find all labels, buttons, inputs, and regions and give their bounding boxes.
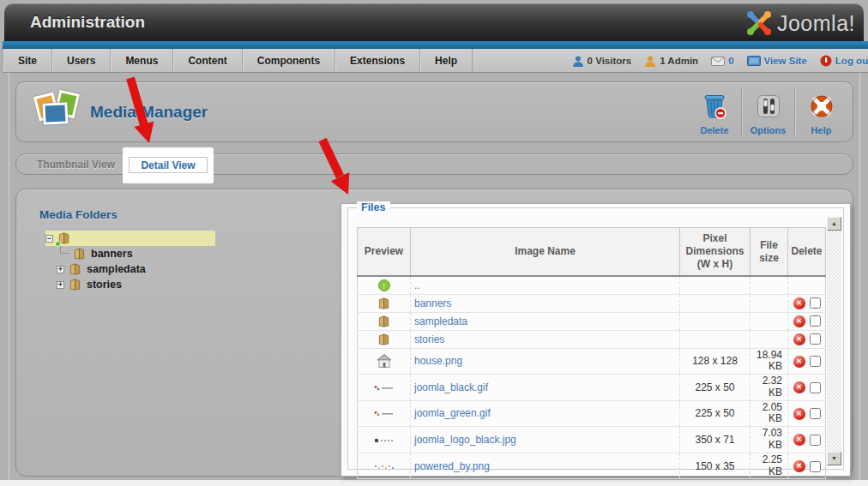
menu-item-extensions[interactable]: Extensions bbox=[335, 49, 420, 72]
dims-value bbox=[680, 276, 750, 294]
scroll-down-button[interactable]: ▼ bbox=[827, 452, 841, 465]
delete-file-icon[interactable]: ✕ bbox=[793, 315, 805, 327]
folder-icon bbox=[377, 315, 390, 328]
tab-thumbnail-view[interactable]: Thumbnail View bbox=[37, 154, 115, 176]
size-value: 2.32 KB bbox=[750, 375, 788, 401]
delete-file-icon[interactable]: ✕ bbox=[793, 356, 805, 368]
log-out-label: Log out bbox=[835, 56, 868, 66]
messages-status[interactable]: 0 bbox=[711, 56, 733, 66]
view-site-label: View Site bbox=[764, 56, 807, 66]
tree-connector bbox=[60, 246, 69, 254]
joomla-x-icon bbox=[744, 9, 774, 38]
delete-file-icon[interactable]: ✕ bbox=[793, 333, 805, 345]
statusbar: 0 Visitors 1 Admin 0 View Site bbox=[572, 49, 868, 73]
col-file-size: File size bbox=[750, 228, 788, 277]
help-buoy-icon bbox=[809, 93, 835, 123]
bottom-strip bbox=[0, 480, 868, 486]
menu-item-menus[interactable]: Menus bbox=[111, 49, 173, 72]
admin-person-icon bbox=[644, 56, 656, 67]
file-link[interactable]: powered_by.png bbox=[414, 460, 490, 472]
select-file-checkbox[interactable] bbox=[810, 382, 821, 393]
files-table: Preview Image Name Pixel Dimensions (W x… bbox=[357, 227, 826, 479]
table-row-joomla-black: joomla_black.gif 225 x 50 2.32 KB ✕ bbox=[358, 375, 826, 401]
menu-item-users[interactable]: Users bbox=[52, 49, 111, 72]
view-site-link[interactable]: View Site bbox=[747, 56, 807, 66]
page-header-panel: Media Manager Delete bbox=[15, 81, 853, 142]
file-link[interactable]: banners bbox=[414, 297, 451, 309]
file-link[interactable]: joomla_green.gif bbox=[414, 407, 491, 419]
delete-file-icon[interactable]: ✕ bbox=[793, 381, 805, 393]
file-link[interactable]: .. bbox=[414, 279, 420, 291]
delete-trash-icon bbox=[702, 92, 727, 123]
help-label: Help bbox=[811, 125, 832, 135]
media-manager-icon bbox=[35, 92, 80, 133]
file-link[interactable]: sampledata bbox=[414, 315, 467, 327]
folder-icon bbox=[69, 278, 81, 291]
files-panel: Files Preview Image Name Pixel Dimension… bbox=[341, 203, 851, 477]
house-thumbnail bbox=[376, 353, 393, 369]
size-value bbox=[750, 312, 788, 330]
select-file-checkbox[interactable] bbox=[810, 408, 821, 419]
table-header-row: Preview Image Name Pixel Dimensions (W x… bbox=[358, 228, 826, 277]
expand-toggle-icon[interactable]: + bbox=[57, 281, 64, 289]
delete-file-icon[interactable]: ✕ bbox=[793, 460, 805, 472]
size-value bbox=[750, 330, 788, 348]
file-link[interactable]: joomla_black.gif bbox=[414, 381, 488, 393]
tree-item-label: sampledata bbox=[87, 263, 146, 275]
dims-value: 350 x 71 bbox=[680, 427, 750, 453]
table-row-stories: stories ✕ bbox=[358, 330, 826, 348]
folder-icon bbox=[377, 297, 390, 310]
files-legend: Files bbox=[357, 201, 390, 213]
delete-file-icon[interactable]: ✕ bbox=[793, 408, 805, 420]
scroll-track[interactable] bbox=[827, 231, 841, 452]
admins-status: 1 Admin bbox=[644, 56, 698, 67]
menu-item-components[interactable]: Components bbox=[243, 49, 335, 72]
tree-item-root[interactable]: − bbox=[45, 231, 215, 246]
menu-item-help[interactable]: Help bbox=[420, 49, 473, 72]
dims-value: 128 x 128 bbox=[680, 348, 750, 375]
table-row-powered-by: powered_by.png 150 x 35 2.25 KB ✕ bbox=[358, 453, 826, 479]
admins-label: 1 Admin bbox=[660, 56, 698, 66]
dims-value bbox=[680, 294, 750, 312]
joomla-brand-text: Joomla! bbox=[777, 11, 855, 36]
menu-item-content[interactable]: Content bbox=[173, 49, 242, 72]
joomla-admin-window: Administration Joomla! bbox=[0, 0, 868, 486]
delete-button[interactable]: Delete bbox=[688, 88, 741, 135]
collapse-toggle-icon[interactable]: − bbox=[45, 235, 53, 243]
size-value: 2.05 KB bbox=[750, 400, 788, 427]
select-file-checkbox[interactable] bbox=[810, 315, 821, 327]
tree-item-sampledata[interactable]: + sampledata bbox=[57, 261, 260, 277]
delete-file-icon[interactable]: ✕ bbox=[793, 297, 805, 309]
window-title: Administration bbox=[30, 3, 145, 41]
tree-item-stories[interactable]: + stories bbox=[57, 277, 260, 292]
select-file-checkbox[interactable] bbox=[810, 297, 821, 309]
visitors-status: 0 Visitors bbox=[572, 56, 632, 67]
up-arrow-icon[interactable]: ↑ bbox=[378, 279, 390, 291]
select-file-checkbox[interactable] bbox=[810, 356, 821, 367]
file-link[interactable]: house.png bbox=[414, 355, 462, 367]
options-button[interactable]: Options bbox=[741, 88, 794, 135]
table-row-house: house.png 128 x 128 18.94 KB ✕ bbox=[358, 348, 826, 375]
menu-item-site[interactable]: Site bbox=[3, 49, 52, 72]
tree-item-label: banners bbox=[91, 248, 133, 260]
select-file-checkbox[interactable] bbox=[810, 461, 821, 472]
expand-toggle-icon[interactable]: + bbox=[57, 266, 64, 273]
annotation-highlight-box: Detail View bbox=[123, 147, 214, 183]
help-button[interactable]: Help bbox=[794, 88, 847, 135]
delete-label: Delete bbox=[700, 125, 728, 135]
size-value: 7.03 KB bbox=[750, 427, 788, 453]
file-link[interactable]: joomla_logo_black.jpg bbox=[414, 434, 516, 446]
delete-file-icon[interactable]: ✕ bbox=[793, 434, 805, 446]
file-link[interactable]: stories bbox=[414, 333, 444, 345]
log-out-link[interactable]: Log out bbox=[820, 55, 868, 67]
select-file-checkbox[interactable] bbox=[810, 435, 821, 446]
table-row-banners: banners ✕ bbox=[358, 294, 826, 312]
monitor-icon bbox=[747, 56, 761, 66]
tab-detail-view[interactable]: Detail View bbox=[129, 157, 208, 173]
scroll-up-button[interactable]: ▲ bbox=[827, 217, 841, 231]
dims-value: 225 x 50 bbox=[680, 375, 750, 401]
joomla-green-thumbnail bbox=[373, 411, 395, 417]
tree-item-banners[interactable]: banners bbox=[57, 246, 260, 261]
col-image-name: Image Name bbox=[411, 228, 680, 277]
select-file-checkbox[interactable] bbox=[810, 333, 821, 345]
